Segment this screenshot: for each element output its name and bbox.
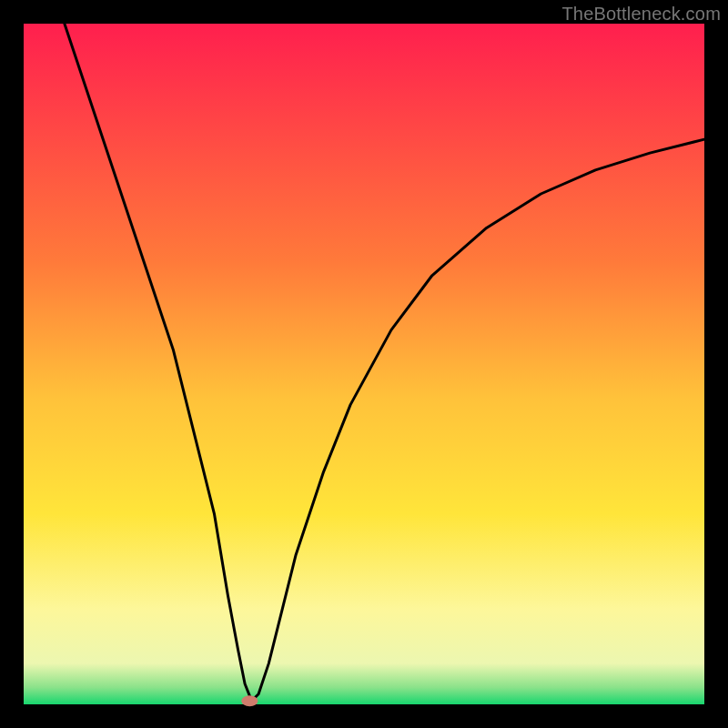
optimal-marker xyxy=(241,695,258,706)
chart-svg xyxy=(0,0,728,728)
watermark-text: TheBottleneck.com xyxy=(561,4,721,25)
chart-gradient-bg xyxy=(24,24,704,704)
bottleneck-chart xyxy=(0,0,728,728)
